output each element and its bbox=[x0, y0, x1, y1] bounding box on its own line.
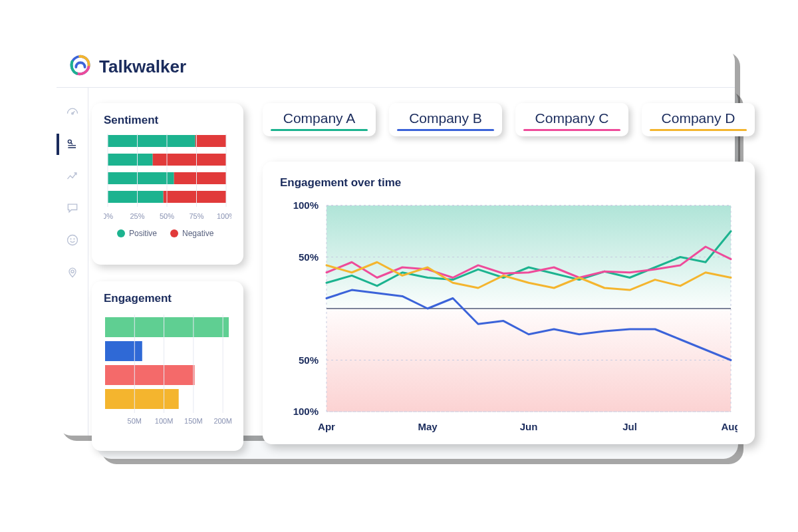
svg-text:Negative: Negative bbox=[182, 229, 214, 238]
svg-text:50%: 50% bbox=[299, 354, 319, 366]
eot-title: Engagement over time bbox=[280, 176, 737, 190]
tab-label: Company B bbox=[409, 110, 482, 126]
svg-rect-9 bbox=[153, 154, 226, 166]
tab-company-d[interactable]: Company D bbox=[642, 103, 755, 136]
svg-rect-8 bbox=[108, 154, 153, 166]
gauge-icon[interactable] bbox=[65, 105, 80, 120]
tab-company-c[interactable]: Company C bbox=[515, 103, 628, 136]
svg-text:Jul: Jul bbox=[622, 421, 637, 432]
tab-label: Company D bbox=[662, 110, 735, 126]
svg-rect-28 bbox=[105, 317, 229, 337]
svg-text:50%: 50% bbox=[299, 251, 319, 263]
svg-text:100%: 100% bbox=[293, 200, 319, 211]
sentiment-chart: 0%25%50%75%100%PositiveNegative bbox=[104, 127, 231, 260]
svg-text:150M: 150M bbox=[184, 417, 203, 425]
tab-underline bbox=[523, 129, 620, 131]
engagement-title: Engagement bbox=[104, 292, 231, 305]
svg-point-1 bbox=[68, 140, 71, 143]
svg-text:Positive: Positive bbox=[129, 229, 157, 238]
svg-rect-7 bbox=[196, 135, 226, 147]
search-list-icon[interactable] bbox=[65, 137, 80, 152]
svg-point-26 bbox=[170, 229, 178, 237]
svg-text:May: May bbox=[418, 421, 438, 432]
svg-text:50M: 50M bbox=[128, 417, 142, 425]
tab-company-a[interactable]: Company A bbox=[263, 103, 376, 136]
company-tabs: Company A Company B Company C Company D bbox=[263, 103, 755, 139]
svg-rect-6 bbox=[108, 135, 196, 147]
svg-text:100%: 100% bbox=[293, 406, 319, 417]
logo-icon bbox=[67, 53, 92, 81]
pin-icon[interactable] bbox=[65, 265, 80, 279]
svg-rect-13 bbox=[164, 191, 226, 203]
tab-underline bbox=[271, 129, 368, 131]
svg-text:Jun: Jun bbox=[520, 421, 538, 432]
tab-company-b[interactable]: Company B bbox=[389, 103, 502, 136]
tab-label: Company A bbox=[283, 110, 356, 126]
svg-rect-30 bbox=[105, 365, 195, 385]
eot-chart: 100%50%50%100%AprMayJunJulAug bbox=[280, 199, 737, 438]
svg-text:50%: 50% bbox=[160, 212, 174, 220]
svg-text:Aug: Aug bbox=[721, 421, 737, 432]
smile-icon[interactable] bbox=[65, 233, 80, 247]
svg-text:200M: 200M bbox=[213, 417, 231, 425]
svg-point-4 bbox=[74, 239, 74, 239]
brand: Talkwalker bbox=[67, 53, 186, 81]
engagement-chart: 50M100M150M200M bbox=[104, 305, 231, 445]
svg-rect-31 bbox=[105, 389, 179, 409]
tab-label: Company C bbox=[535, 110, 609, 126]
svg-text:25%: 25% bbox=[130, 212, 144, 220]
side-nav bbox=[57, 88, 88, 436]
svg-text:Apr: Apr bbox=[318, 421, 335, 432]
svg-text:0%: 0% bbox=[104, 212, 113, 220]
svg-text:100%: 100% bbox=[217, 212, 231, 220]
svg-text:100M: 100M bbox=[155, 417, 174, 425]
tab-underline bbox=[397, 129, 494, 131]
svg-point-5 bbox=[70, 270, 73, 273]
app-header: Talkwalker bbox=[57, 47, 735, 88]
svg-text:75%: 75% bbox=[189, 212, 203, 220]
brand-name: Talkwalker bbox=[99, 57, 186, 77]
growth-icon[interactable] bbox=[65, 169, 80, 184]
svg-rect-29 bbox=[105, 341, 142, 361]
svg-point-3 bbox=[70, 239, 71, 239]
svg-point-2 bbox=[67, 235, 77, 245]
tab-underline bbox=[650, 129, 747, 131]
sentiment-title: Sentiment bbox=[104, 114, 231, 127]
engagement-card: Engagement 50M100M150M200M bbox=[92, 281, 243, 451]
svg-point-24 bbox=[117, 229, 125, 237]
sentiment-card: Sentiment 0%25%50%75%100%PositiveNegativ… bbox=[92, 103, 243, 265]
svg-rect-10 bbox=[108, 172, 174, 184]
chat-icon[interactable] bbox=[65, 201, 80, 215]
engagement-over-time-card: Engagement over time 100%50%50%100%AprMa… bbox=[263, 162, 755, 444]
svg-rect-11 bbox=[174, 172, 226, 184]
svg-rect-12 bbox=[108, 191, 164, 203]
